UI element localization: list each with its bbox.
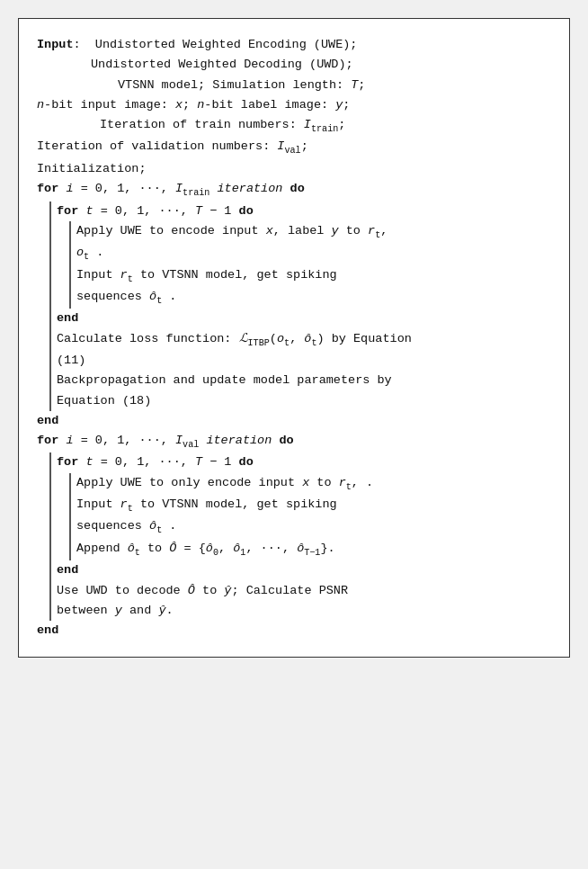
for-loop1-header: for i = 0, 1, ···, Itrain iteration do	[37, 179, 551, 201]
algorithm-box: Input: Undistorted Weighted Encoding (UW…	[18, 18, 570, 658]
use-uwd-line2: between y and ŷ.	[57, 601, 551, 621]
backprop-line1: Backpropagation and update model paramet…	[57, 371, 551, 390]
end-for-loop1: end	[37, 411, 551, 431]
initialization: Initialization;	[37, 162, 147, 175]
input-line2: Undistorted Weighted Decoding (UWD);	[37, 58, 353, 71]
apply-val-line1: Apply UWE to only encode input x to rt, …	[76, 473, 551, 495]
for-loop-t-header: for t = 0, 1, ···, T − 1 do	[57, 202, 551, 221]
append-line: Append ôt to Ô = {ô0, ô1, ···, ôT−1}.	[76, 539, 551, 560]
input-line6: Iteration of validation numbers: Ival;	[37, 139, 308, 153]
for-loop2-header: for i = 0, 1, ···, Ival iteration do	[37, 431, 551, 452]
for-keyword-t: for	[57, 204, 78, 218]
input-val-line1: Input rt to VTSNN model, get spiking	[76, 495, 551, 516]
for-loop-t2-body: Apply UWE to only encode input x to rt, …	[69, 473, 551, 561]
end-for-loop2: end	[37, 621, 551, 641]
input-line3: VTSNN model; Simulation length: T;	[37, 78, 365, 92]
loss-line2: (11)	[57, 351, 551, 371]
line-init: Initialization;	[37, 159, 551, 179]
for-loop1-body: for t = 0, 1, ···, T − 1 do Apply UWE to…	[49, 202, 551, 411]
line-input5: Iteration of train numbers: Itrain;	[37, 115, 551, 137]
for-loop-t2-header: for t = 0, 1, ···, T − 1 do	[57, 452, 551, 472]
use-uwd-line1: Use UWD to decode Ô to ŷ; Calculate PSNR	[57, 581, 551, 601]
line-input6: Iteration of validation numbers: Ival;	[37, 137, 551, 158]
input-line5: Iteration of train numbers: Itrain;	[37, 118, 345, 131]
apply-line2: ot .	[76, 243, 551, 264]
input-rt-line1: Input rt to VTSNN model, get spiking	[76, 265, 551, 287]
line-input3: VTSNN model; Simulation length: T;	[37, 76, 551, 95]
for-loop2-body: for t = 0, 1, ···, T − 1 do Apply UWE to…	[49, 452, 551, 621]
for-keyword1: for	[37, 182, 58, 195]
loss-line1: Calculate loss function: ℒITBP(ot, ôt) b…	[57, 329, 551, 351]
input-keyword: Input	[37, 38, 74, 51]
input-val-line2: sequences ôt .	[76, 516, 551, 538]
for-loop1-var: i	[66, 182, 73, 195]
end-for-t2: end	[57, 560, 551, 580]
input-colon: : Undistorted Weighted Encoding (UWE);	[74, 38, 358, 51]
for-loop-t-body: Apply UWE to encode input x, label y to …	[69, 221, 551, 309]
end-for-t: end	[57, 309, 551, 328]
line-input4: n-bit input image: x; n-bit label image:…	[37, 95, 551, 115]
line-input2: Undistorted Weighted Decoding (UWD);	[37, 55, 551, 75]
line-input1: Input: Undistorted Weighted Encoding (UW…	[37, 35, 551, 55]
input-line4: n-bit input image: x; n-bit label image:…	[37, 98, 350, 112]
input-rt-line2: sequences ôt .	[76, 287, 551, 309]
apply-line1: Apply UWE to encode input x, label y to …	[76, 221, 551, 243]
backprop-line2: Equation (18)	[57, 391, 551, 411]
